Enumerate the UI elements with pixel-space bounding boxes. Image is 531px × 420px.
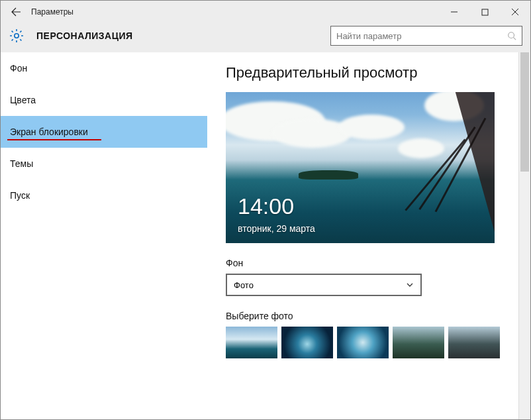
- svg-point-2: [508, 32, 514, 38]
- maximize-icon: [481, 9, 489, 16]
- chevron-down-icon: [406, 281, 414, 289]
- sidebar-item-background[interactable]: Фон: [1, 52, 207, 84]
- choose-photo-label: Выберите фото: [226, 311, 500, 321]
- minimize-button[interactable]: [439, 1, 469, 23]
- sidebar-item-label: Цвета: [10, 95, 36, 105]
- sidebar: Фон Цвета Экран блокировки Темы Пуск: [1, 52, 207, 419]
- scrollbar-thumb[interactable]: [520, 52, 529, 172]
- clock-time: 14:00: [238, 193, 294, 219]
- dropdown-value: Фото: [234, 280, 406, 290]
- search-input[interactable]: [336, 31, 507, 41]
- preview-heading: Предварительный просмотр: [226, 64, 500, 81]
- body: Фон Цвета Экран блокировки Темы Пуск Пре…: [1, 52, 530, 419]
- back-button[interactable]: [1, 1, 31, 23]
- content: Предварительный просмотр 14:00 вторник, …: [207, 52, 518, 419]
- content-area: Предварительный просмотр 14:00 вторник, …: [207, 52, 530, 419]
- sidebar-item-lockscreen[interactable]: Экран блокировки: [1, 116, 207, 148]
- header: ПЕРСОНАЛИЗАЦИЯ: [1, 23, 530, 52]
- svg-point-1: [15, 34, 19, 38]
- close-button[interactable]: [500, 1, 530, 23]
- sidebar-item-label: Экран блокировки: [10, 127, 88, 137]
- arrow-left-icon: [11, 7, 21, 17]
- sidebar-item-colors[interactable]: Цвета: [1, 84, 207, 116]
- photo-thumb[interactable]: [393, 327, 444, 358]
- photo-thumb[interactable]: [448, 327, 500, 358]
- photo-thumb[interactable]: [226, 327, 277, 358]
- sidebar-item-label: Темы: [10, 158, 33, 169]
- background-label: Фон: [226, 258, 500, 268]
- photo-thumb[interactable]: [281, 327, 333, 358]
- svg-rect-0: [482, 9, 488, 15]
- lockscreen-preview: 14:00 вторник, 29 марта: [226, 92, 495, 243]
- clock-date: вторник, 29 марта: [238, 223, 315, 234]
- annotation-underline: [7, 139, 101, 140]
- titlebar: Параметры: [1, 1, 530, 23]
- sidebar-item-label: Пуск: [10, 190, 30, 201]
- minimize-icon: [450, 8, 458, 16]
- page-heading: ПЕРСОНАЛИЗАЦИЯ: [36, 30, 133, 41]
- search-box[interactable]: [330, 26, 522, 46]
- sidebar-item-start[interactable]: Пуск: [1, 180, 207, 211]
- sidebar-item-label: Фон: [10, 63, 27, 74]
- photo-thumb[interactable]: [337, 327, 389, 358]
- maximize-button[interactable]: [469, 1, 500, 23]
- vertical-scrollbar[interactable]: [518, 52, 530, 419]
- settings-window: Параметры ПЕРСОНАЛИЗАЦИЯ Фон Цвета Экран…: [0, 0, 531, 420]
- window-title: Параметры: [31, 7, 73, 17]
- close-icon: [511, 8, 519, 16]
- sidebar-item-themes[interactable]: Темы: [1, 148, 207, 180]
- background-dropdown[interactable]: Фото: [226, 274, 422, 296]
- search-icon: [507, 31, 516, 40]
- gear-icon: [9, 28, 24, 44]
- photo-thumbnails: [226, 327, 500, 358]
